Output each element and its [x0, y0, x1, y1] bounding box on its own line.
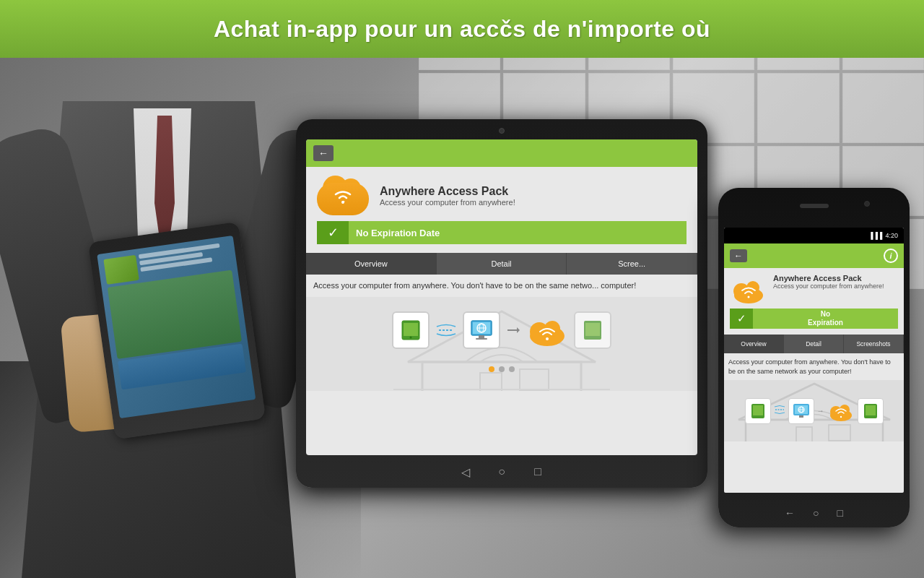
product-name: Anywhere Access Pack	[380, 185, 515, 198]
overview-text: Access your computer from anywhere. You …	[306, 275, 697, 297]
tab-detail[interactable]: Detail	[437, 253, 567, 275]
svg-rect-29	[796, 427, 812, 441]
tab-overview[interactable]: Overview	[306, 253, 437, 275]
phone-diagram-icons: →	[745, 398, 884, 424]
phone-product-header: Anywhere Access Pack Access your compute…	[730, 274, 898, 304]
header-title: Achat in-app pour un accčs de n'importe …	[214, 16, 710, 43]
phone-screen: ▐▐▐ 4:20 ← i	[724, 228, 904, 493]
tablet-product-header: Anywhere Access Pack Access your compute…	[317, 176, 687, 215]
tabs-row: Overview Detail Scree...	[306, 253, 697, 275]
phone-tab-screenshots[interactable]: Screenshots	[844, 335, 904, 353]
tablet-home-nav[interactable]: ○	[494, 465, 509, 479]
tablet-topbar: ←	[306, 139, 697, 167]
svg-point-8	[410, 337, 412, 339]
tab-screenshots[interactable]: Scree...	[567, 253, 697, 275]
tablet-content-area: Anywhere Access Pack Access your compute…	[306, 167, 697, 253]
phone-wifi-icon-1	[774, 405, 785, 417]
phone-icon-device2	[858, 398, 884, 424]
phone-tab-detail[interactable]: Detail	[784, 335, 844, 353]
phone-topbar: ← i	[724, 243, 904, 268]
svg-rect-3	[480, 373, 502, 391]
phone-cloud-diagram	[827, 400, 855, 422]
phone-cloud-icon	[730, 274, 767, 304]
phone-diagram: →	[724, 380, 904, 441]
svg-rect-11	[479, 335, 484, 338]
phone-icon-monitor	[788, 398, 814, 424]
phone-arrow-icon: →	[817, 407, 824, 415]
svg-marker-16	[517, 327, 520, 333]
purchase-check-icon: ✓	[317, 221, 349, 244]
tablet-diagram	[306, 297, 697, 391]
header-banner: Achat in-app pour un accčs de n'importe …	[0, 0, 924, 58]
phone-camera	[864, 201, 870, 207]
svg-rect-44	[866, 405, 876, 415]
status-time: 4:20	[885, 232, 898, 239]
svg-rect-22	[585, 323, 600, 336]
svg-rect-12	[476, 338, 487, 340]
svg-rect-7	[404, 323, 418, 336]
product-info: Anywhere Access Pack Access your compute…	[380, 185, 515, 207]
phone-device: ▐▐▐ 4:20 ← i	[718, 188, 910, 527]
cloud-icon-large	[317, 176, 369, 215]
phone-back-nav[interactable]: ←	[785, 507, 795, 519]
phone-speaker	[800, 204, 829, 208]
phone-back-button[interactable]: ←	[730, 249, 747, 262]
svg-point-0	[341, 201, 344, 204]
phone-check-icon: ✓	[730, 309, 753, 329]
held-tablet	[88, 222, 266, 440]
svg-rect-35	[799, 415, 803, 418]
phone-product-text: Anywhere Access Pack Access your compute…	[773, 274, 884, 290]
phone-nav-bar: ← ○ □	[718, 507, 910, 519]
tablet-device: ←	[296, 119, 707, 488]
tablet-back-nav[interactable]: ◁	[458, 465, 473, 479]
phone-product-tagline: Access your computer from anywhere!	[773, 282, 884, 290]
diagram-cloud	[526, 313, 568, 348]
svg-point-26	[748, 296, 750, 298]
wifi-icon	[332, 189, 354, 208]
phone-recents-nav[interactable]: □	[837, 507, 843, 519]
phone-overview-text: Access your computer from anywhere. You …	[724, 353, 904, 380]
phone-purchase-label: NoExpiration	[753, 309, 898, 329]
phone-status-bar: ▐▐▐ 4:20	[724, 228, 904, 243]
tablet-screen: ←	[306, 139, 697, 455]
phone-tabs: Overview Detail Screenshots	[724, 335, 904, 353]
phone-icon-tablet	[745, 398, 771, 424]
tablet-camera	[499, 128, 505, 134]
phone-home-nav[interactable]: ○	[813, 507, 819, 519]
tablet-recents-nav[interactable]: □	[531, 465, 545, 479]
wifi-connection-1	[435, 323, 457, 337]
diagram-icons	[306, 297, 697, 363]
phone-content: Anywhere Access Pack Access your compute…	[724, 268, 904, 335]
phone-product-name: Anywhere Access Pack	[773, 274, 884, 282]
tablet-back-button[interactable]: ←	[313, 145, 334, 161]
svg-rect-32	[753, 405, 763, 415]
signal-icon: ▐▐▐	[868, 232, 882, 239]
tablet-nav-bar: ◁ ○ □	[296, 465, 707, 479]
svg-rect-30	[829, 425, 850, 441]
wifi-connection-2	[506, 323, 520, 337]
phone-info-button[interactable]: i	[884, 249, 898, 263]
product-tagline: Access your computer from anywhere!	[380, 198, 515, 207]
phone-purchase-button[interactable]: ✓ NoExpiration	[730, 309, 898, 329]
purchase-button[interactable]: ✓ No Expiration Date	[317, 221, 687, 244]
svg-point-42	[840, 415, 841, 417]
svg-point-20	[546, 337, 549, 340]
svg-rect-4	[520, 369, 549, 391]
device-icon-extra	[574, 311, 611, 349]
person-figure	[0, 58, 346, 578]
device-icon-monitor	[463, 311, 500, 349]
purchase-label: No Expiration Date	[349, 221, 687, 244]
device-icon-tablet	[392, 311, 430, 349]
phone-tab-overview[interactable]: Overview	[724, 335, 784, 353]
